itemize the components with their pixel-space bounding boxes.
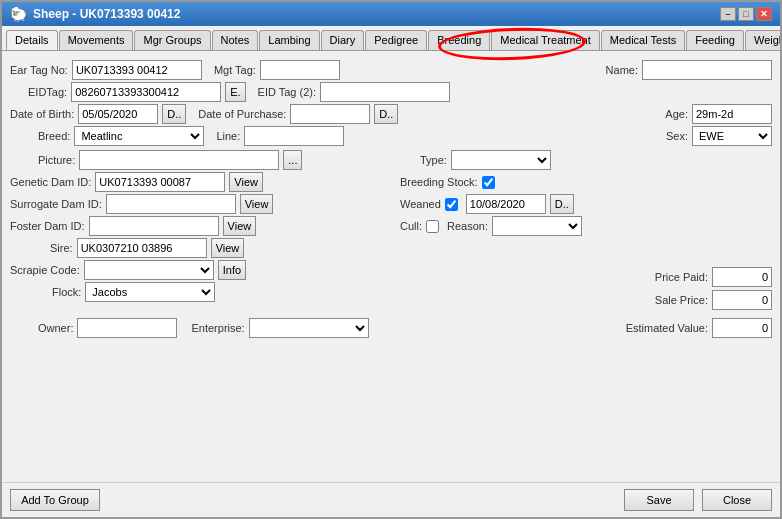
two-col-layout: Picture: ... Genetic Dam ID: View Surrog… <box>10 149 772 313</box>
breed-label: Breed: <box>38 130 70 142</box>
weaned-checkbox[interactable] <box>445 198 458 211</box>
picture-input[interactable] <box>79 150 279 170</box>
type-select[interactable] <box>451 150 551 170</box>
name-label: Name: <box>606 64 638 76</box>
eid-tag-input[interactable] <box>71 82 221 102</box>
price-paid-row: Price Paid: <box>400 267 772 287</box>
picture-label: Picture: <box>38 154 75 166</box>
genetic-dam-view-btn[interactable]: View <box>229 172 263 192</box>
row-weaned: Weaned D.. <box>400 193 772 215</box>
scrapie-select[interactable] <box>84 260 214 280</box>
left-col: Picture: ... Genetic Dam ID: View Surrog… <box>10 149 382 313</box>
row-surrogate-dam: Surrogate Dam ID: View <box>10 193 382 215</box>
scrapie-label: Scrapie Code: <box>10 264 80 276</box>
tab-feeding[interactable]: Feeding <box>686 30 744 50</box>
close-window-button[interactable]: ✕ <box>756 7 772 21</box>
scrapie-info-btn[interactable]: Info <box>218 260 246 280</box>
tab-details[interactable]: Details <box>6 30 58 50</box>
sire-input[interactable] <box>77 238 207 258</box>
add-to-group-button[interactable]: Add To Group <box>10 489 100 511</box>
breed-select[interactable]: Meatlinc <box>74 126 204 146</box>
dop-input[interactable] <box>290 104 370 124</box>
genetic-dam-label: Genetic Dam ID: <box>10 176 91 188</box>
picture-btn[interactable]: ... <box>283 150 302 170</box>
name-input[interactable] <box>642 60 772 80</box>
reason-select[interactable] <box>492 216 582 236</box>
row-sire: Sire: View <box>10 237 382 259</box>
tab-weight[interactable]: Weight <box>745 30 780 50</box>
window-title: Sheep - UK0713393 00412 <box>33 7 180 21</box>
weaned-date-btn[interactable]: D.. <box>550 194 574 214</box>
mgt-tag-input[interactable] <box>260 60 340 80</box>
maximize-button[interactable]: □ <box>738 7 754 21</box>
mgt-tag-label: Mgt Tag: <box>214 64 256 76</box>
flock-select[interactable]: Jacobs <box>85 282 215 302</box>
age-input[interactable] <box>692 104 772 124</box>
tab-diary[interactable]: Diary <box>321 30 365 50</box>
tab-notes[interactable]: Notes <box>212 30 259 50</box>
close-button[interactable]: Close <box>702 489 772 511</box>
tab-movements[interactable]: Movements <box>59 30 134 50</box>
dop-label: Date of Purchase: <box>198 108 286 120</box>
surrogate-dam-input[interactable] <box>106 194 236 214</box>
sale-price-label: Sale Price: <box>655 294 708 306</box>
sale-price-input[interactable] <box>712 290 772 310</box>
tab-breeding[interactable]: Breeding <box>428 30 490 50</box>
weaned-label: Weaned <box>400 198 441 210</box>
enterprise-select[interactable] <box>249 318 369 338</box>
estimated-value-label: Estimated Value: <box>626 322 708 334</box>
price-paid-label: Price Paid: <box>655 271 708 283</box>
row-type: Type: <box>400 149 772 171</box>
dob-input[interactable] <box>78 104 158 124</box>
weaned-date-input[interactable] <box>466 194 546 214</box>
save-button[interactable]: Save <box>624 489 694 511</box>
cull-label: Cull: <box>400 220 422 232</box>
row-ear-tag: Ear Tag No: Mgt Tag: Name: <box>10 59 772 81</box>
sire-label: Sire: <box>50 242 73 254</box>
line-input[interactable] <box>244 126 344 146</box>
line-label: Line: <box>216 130 240 142</box>
row-eid: EIDTag: E. EID Tag (2): <box>10 81 772 103</box>
foster-dam-label: Foster Dam ID: <box>10 220 85 232</box>
row-breed: Breed: Meatlinc Line: Sex: EWE <box>10 125 772 147</box>
row-picture: Picture: ... <box>10 149 382 171</box>
row-flock: Flock: Jacobs <box>10 281 382 303</box>
row-genetic-dam: Genetic Dam ID: View <box>10 171 382 193</box>
dop-btn[interactable]: D.. <box>374 104 398 124</box>
foster-dam-view-btn[interactable]: View <box>223 216 257 236</box>
eid-tag2-input[interactable] <box>320 82 450 102</box>
surrogate-dam-view-btn[interactable]: View <box>240 194 274 214</box>
eid-tag-label: EIDTag: <box>28 86 67 98</box>
tabs-bar: Details Movements Mgr Groups Notes Lambi… <box>2 26 780 51</box>
tab-lambing[interactable]: Lambing <box>259 30 319 50</box>
ear-tag-input[interactable] <box>72 60 202 80</box>
tab-medical-tests[interactable]: Medical Tests <box>601 30 685 50</box>
surrogate-dam-label: Surrogate Dam ID: <box>10 198 102 210</box>
genetic-dam-input[interactable] <box>95 172 225 192</box>
estimated-value-input[interactable] <box>712 318 772 338</box>
eid-e-button[interactable]: E. <box>225 82 245 102</box>
breeding-stock-checkbox[interactable] <box>482 176 495 189</box>
tab-mgr-groups[interactable]: Mgr Groups <box>134 30 210 50</box>
ear-tag-label: Ear Tag No: <box>10 64 68 76</box>
row-foster-dam: Foster Dam ID: View <box>10 215 382 237</box>
cull-checkbox[interactable] <box>426 220 439 233</box>
breeding-stock-label: Breeding Stock: <box>400 176 478 188</box>
owner-label: Owner: <box>38 322 73 334</box>
sex-select[interactable]: EWE <box>692 126 772 146</box>
tab-pedigree[interactable]: Pedigree <box>365 30 427 50</box>
sale-price-row: Sale Price: <box>400 290 772 310</box>
dob-btn[interactable]: D.. <box>162 104 186 124</box>
price-section: Price Paid: Sale Price: <box>400 267 772 310</box>
price-paid-input[interactable] <box>712 267 772 287</box>
row-cull: Cull: Reason: <box>400 215 772 237</box>
tab-medical-treatment[interactable]: Medical Treatment <box>491 30 599 50</box>
foster-dam-input[interactable] <box>89 216 219 236</box>
footer: Add To Group Save Close <box>2 482 780 517</box>
sire-view-btn[interactable]: View <box>211 238 245 258</box>
footer-right-buttons: Save Close <box>624 489 772 511</box>
type-label: Type: <box>420 154 447 166</box>
form-content: Ear Tag No: Mgt Tag: Name: EIDTag: E. EI… <box>2 51 780 482</box>
minimize-button[interactable]: – <box>720 7 736 21</box>
owner-input[interactable] <box>77 318 177 338</box>
